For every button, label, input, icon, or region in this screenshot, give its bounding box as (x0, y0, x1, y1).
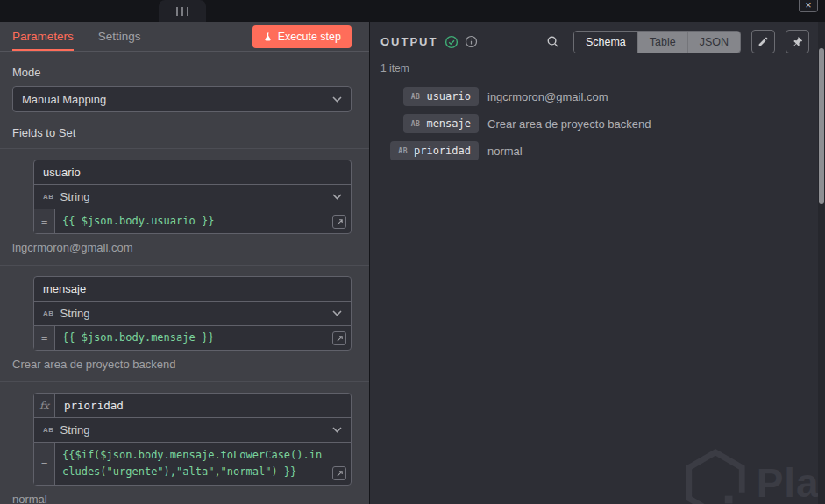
output-view-switcher: Schema Table JSON (573, 31, 741, 53)
execute-step-button[interactable]: Execute step (252, 25, 352, 48)
view-tab-table-label: Table (650, 36, 676, 48)
chevron-down-icon (332, 310, 342, 316)
watermark-logo-icon (683, 448, 748, 504)
schema-view: AB usuario ingcrmoron@gmail.com AB mensa… (370, 87, 818, 160)
string-type-icon: AB (411, 93, 421, 101)
chevron-down-icon (332, 427, 342, 433)
close-icon: × (805, 0, 811, 11)
view-tab-schema-label: Schema (586, 36, 626, 48)
field-type-value: String (60, 190, 90, 203)
view-tab-json[interactable]: JSON (688, 32, 740, 53)
parameters-panel-header: Parameters Settings Execute step (0, 22, 369, 52)
string-type-icon: AB (398, 147, 408, 155)
output-panel: OUTPUT Schema Table JSON (370, 22, 818, 504)
open-expression-editor-button[interactable] (332, 466, 346, 480)
field-expression-input[interactable]: = {{ $json.body.usuario }} (33, 209, 352, 234)
schema-field-name: mensaje (426, 117, 471, 130)
string-type-icon: AB (43, 426, 54, 434)
success-check-icon (445, 35, 459, 49)
field-name-value: usuario (43, 166, 81, 179)
panel-drag-handle[interactable] (159, 0, 206, 22)
drag-handle-icon (187, 7, 188, 16)
field-expression-input[interactable]: = {{ $json.body.mensaje }} (33, 325, 352, 351)
expand-icon (336, 335, 344, 343)
items-count: 1 item (370, 53, 818, 75)
field-result-text: ingcrmoron@gmail.com (12, 241, 352, 254)
search-icon (546, 35, 559, 48)
field-expression-input[interactable]: = {{$if($json.body.mensaje.toLowerCase()… (33, 442, 352, 486)
parameters-panel-body: Mode Manual Mapping Fields to Set usuari… (0, 52, 369, 504)
open-expression-editor-button[interactable] (332, 215, 346, 229)
field-result-text: Crear area de proyecto backend (12, 358, 352, 371)
expression-value: {{ $json.body.usuario }} (55, 209, 351, 233)
mode-label: Mode (12, 66, 352, 79)
pencil-icon (757, 36, 769, 47)
divider (0, 381, 369, 382)
scrollbar-thumb[interactable] (819, 48, 824, 204)
tab-settings-label: Settings (98, 30, 141, 43)
pin-data-button[interactable] (786, 30, 809, 53)
tab-settings[interactable]: Settings (98, 22, 141, 51)
fields-to-set-label: Fields to Set (12, 126, 352, 139)
watermark: Plat (683, 448, 818, 504)
watermark-text: Plat (757, 459, 818, 504)
vertical-scrollbar (818, 22, 825, 504)
chevron-down-icon (332, 96, 342, 103)
parameters-panel: Parameters Settings Execute step Mode Ma… (0, 22, 369, 504)
field-type-value: String (60, 423, 90, 437)
string-type-icon: AB (411, 120, 421, 128)
field-name-value: prioridad (55, 399, 124, 412)
field-card-prioridad: fx prioridad AB String = {{$if($json.bod… (12, 393, 352, 504)
field-name-input[interactable]: fx prioridad (33, 393, 352, 418)
schema-field-badge[interactable]: AB mensaje (403, 114, 479, 133)
equals-icon: = (34, 443, 55, 485)
schema-field-value: ingcrmoron@gmail.com (486, 90, 651, 103)
tab-parameters[interactable]: Parameters (12, 22, 74, 51)
field-result-text: normal (12, 493, 352, 504)
drag-handle-icon (181, 7, 183, 16)
output-title: OUTPUT (380, 35, 437, 48)
field-name-input[interactable]: usuario (33, 160, 352, 185)
field-card-mensaje: mensaje AB String = {{ $json.body.mensaj… (12, 276, 352, 371)
schema-field-value: Crear area de proyecto backend (486, 117, 651, 131)
mode-select[interactable]: Manual Mapping (12, 86, 352, 112)
field-card-usuario: usuario AB String = {{ $json.body.usuari… (12, 160, 352, 254)
close-button[interactable]: × (799, 0, 818, 12)
open-expression-editor-button[interactable] (332, 331, 346, 345)
string-type-icon: AB (43, 309, 54, 317)
info-icon (465, 35, 478, 48)
field-type-select[interactable]: AB String (33, 301, 352, 326)
edit-output-button[interactable] (751, 30, 775, 53)
expression-value: {{$if($json.body.mensaje.toLowerCase().i… (55, 443, 351, 485)
divider (0, 148, 369, 149)
chevron-down-icon (332, 194, 342, 200)
search-button[interactable] (546, 35, 559, 48)
flask-icon (263, 32, 273, 42)
field-type-value: String (60, 307, 90, 320)
schema-field-value: normal (486, 145, 651, 158)
equals-icon: = (34, 209, 55, 233)
fx-toggle-icon[interactable]: fx (34, 394, 55, 417)
field-type-select[interactable]: AB String (33, 184, 352, 209)
output-panel-header: OUTPUT Schema Table JSON (370, 22, 818, 53)
string-type-icon: AB (43, 193, 54, 201)
schema-field-badge[interactable]: AB usuario (403, 87, 479, 106)
divider (0, 265, 369, 266)
view-tab-schema[interactable]: Schema (574, 32, 638, 53)
field-name-input[interactable]: mensaje (33, 276, 352, 302)
field-name-value: mensaje (43, 282, 86, 295)
schema-field-badge[interactable]: AB prioridad (390, 141, 479, 160)
schema-field-name: usuario (426, 90, 471, 103)
expand-icon (336, 218, 344, 226)
equals-icon: = (34, 326, 55, 350)
field-type-select[interactable]: AB String (33, 417, 352, 443)
expand-icon (336, 470, 344, 478)
expression-value: {{ $json.body.mensaje }} (55, 326, 351, 350)
drag-handle-icon (176, 7, 178, 16)
view-tab-json-label: JSON (700, 36, 729, 48)
execute-step-label: Execute step (278, 31, 341, 43)
mode-select-value: Manual Mapping (22, 93, 106, 106)
view-tab-table[interactable]: Table (638, 32, 688, 53)
pin-icon (792, 36, 803, 47)
node-detail-view: × Parameters Settings Execute step Mode … (0, 0, 825, 504)
